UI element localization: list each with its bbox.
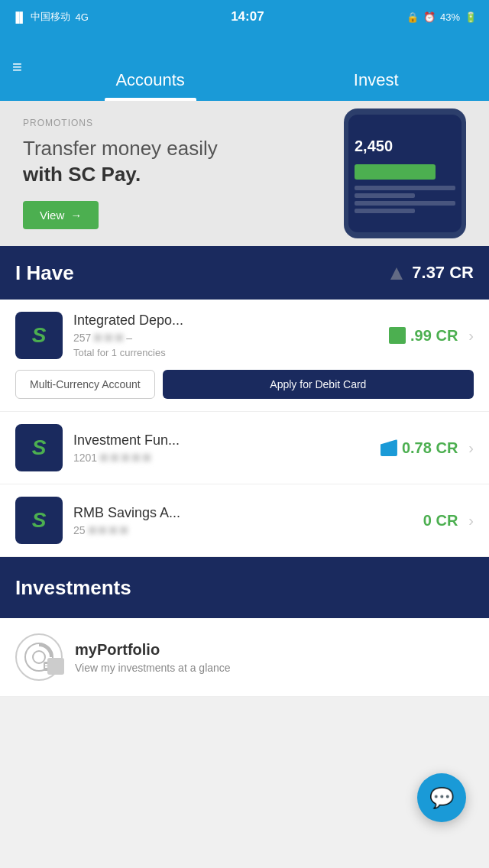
hamburger-menu[interactable]: ≡ bbox=[12, 59, 22, 76]
tab-invest[interactable]: Invest bbox=[263, 70, 489, 101]
battery-icon: 🔋 bbox=[465, 11, 477, 23]
promo-banner: PROMOTIONS Transfer money easily with SC… bbox=[0, 101, 489, 246]
portfolio-item[interactable]: myPortfolio View my investments at a gla… bbox=[0, 618, 489, 697]
amount-indicator-2 bbox=[381, 439, 397, 456]
amount-prefix-1: .99 bbox=[410, 327, 432, 344]
carrier: 中国移动 bbox=[31, 10, 70, 24]
account-info-1: Integrated Depo... 257 – Total for 1 cur… bbox=[73, 313, 378, 358]
status-left: ▐▌ 中国移动 4G bbox=[12, 10, 89, 24]
signal-icon: ▐▌ bbox=[12, 11, 26, 23]
promo-view-button[interactable]: View → bbox=[23, 201, 99, 229]
svg-rect-5 bbox=[45, 666, 50, 668]
account-num-hidden-2 bbox=[100, 452, 118, 464]
phone-screen: 2,450 bbox=[348, 115, 461, 232]
tab-accounts[interactable]: Accounts bbox=[37, 70, 264, 101]
dot-8 bbox=[143, 454, 151, 462]
account-header-2: S Investment Fun... 1201 bbox=[15, 424, 474, 471]
dot-9 bbox=[89, 526, 96, 534]
account-num-dash-1: – bbox=[126, 332, 132, 344]
account-logo-2: S bbox=[15, 424, 63, 471]
account-num-text-2: 1201 bbox=[73, 452, 97, 464]
account-logo-1: S bbox=[15, 312, 63, 359]
amount-row-3: 0 CR › bbox=[423, 512, 474, 530]
phone-line-3 bbox=[355, 201, 455, 206]
dot-7 bbox=[132, 454, 140, 462]
account-num-text-1: 257 bbox=[73, 332, 91, 344]
nav-bar: ≡ Accounts Invest bbox=[0, 34, 489, 101]
promo-phone-mockup: 2,450 bbox=[344, 108, 466, 238]
promo-title-bold: with SC Pay. bbox=[23, 163, 141, 186]
i-have-amount: 7.37 CR bbox=[389, 263, 474, 283]
lock-icon: 🔒 bbox=[406, 11, 419, 23]
phone-line-4 bbox=[355, 209, 415, 213]
dot-4 bbox=[100, 454, 108, 462]
status-bar: ▐▌ 中国移动 4G 14:07 🔒 ⏰ 43% 🔋 bbox=[0, 0, 489, 34]
svg-marker-0 bbox=[390, 267, 403, 280]
chevron-icon-3: › bbox=[468, 512, 474, 530]
sc-logo-2: S bbox=[32, 436, 47, 460]
account-name-2: Investment Fun... bbox=[73, 432, 370, 449]
chevron-icon-2: › bbox=[468, 439, 474, 457]
dot-5 bbox=[111, 454, 118, 462]
dot-2 bbox=[105, 334, 112, 342]
chat-fab-button[interactable]: 💬 bbox=[417, 773, 466, 822]
account-actions-1: Multi-Currency Account Apply for Debit C… bbox=[15, 370, 474, 399]
amount-prefix-2: 0.78 bbox=[402, 439, 432, 456]
amount-indicator-1 bbox=[389, 327, 406, 344]
amount-suffix-3: CR bbox=[436, 512, 458, 529]
account-number-3: 25 bbox=[73, 524, 413, 536]
account-num-hidden-1 bbox=[94, 332, 123, 344]
portfolio-logo-svg bbox=[24, 642, 54, 672]
phone-lines bbox=[355, 186, 455, 213]
account-number-1: 257 – bbox=[73, 332, 378, 344]
amount-prefix-3: 0 bbox=[423, 512, 432, 529]
portfolio-info: myPortfolio View my investments at a gla… bbox=[75, 641, 231, 674]
investments-title: Investments bbox=[15, 576, 131, 600]
network-type: 4G bbox=[75, 11, 88, 23]
portfolio-name: myPortfolio bbox=[75, 641, 231, 659]
promo-title: Transfer money easily with SC Pay. bbox=[23, 136, 336, 188]
dot-10 bbox=[99, 526, 106, 534]
account-meta-1: Total for 1 currencies bbox=[73, 347, 378, 358]
apply-debit-card-button[interactable]: Apply for Debit Card bbox=[163, 370, 474, 399]
account-name-1: Integrated Depo... bbox=[73, 313, 378, 329]
account-amount-3: 0 CR bbox=[423, 512, 458, 530]
account-item-rmb-savings[interactable]: S RMB Savings A... 25 0 CR bbox=[0, 484, 489, 557]
amount-suffix-1: CR bbox=[436, 327, 458, 344]
phone-line-1 bbox=[355, 186, 455, 190]
promo-btn-label: View bbox=[40, 209, 64, 222]
account-num-hidden-3 bbox=[121, 452, 151, 464]
account-item-investment-fund[interactable]: S Investment Fun... 1201 bbox=[0, 412, 489, 484]
sc-logo-3: S bbox=[32, 508, 47, 533]
phone-button-mockup bbox=[355, 164, 436, 180]
promo-content: PROMOTIONS Transfer money easily with SC… bbox=[23, 118, 336, 230]
account-num-text-3: 25 bbox=[73, 524, 86, 536]
portfolio-logo bbox=[15, 633, 63, 681]
dot-3 bbox=[115, 334, 123, 342]
total-icon bbox=[389, 266, 404, 281]
multi-currency-button[interactable]: Multi-Currency Account bbox=[15, 370, 155, 399]
svg-rect-4 bbox=[45, 664, 53, 666]
amount-row-1: .99 CR › bbox=[389, 327, 474, 345]
account-amount-2: 0.78 CR bbox=[402, 439, 458, 457]
promo-title-text: Transfer money easily bbox=[23, 137, 218, 160]
promo-label: PROMOTIONS bbox=[23, 118, 336, 128]
account-number-2: 1201 bbox=[73, 452, 370, 464]
promo-btn-arrow: → bbox=[70, 209, 82, 222]
i-have-title: I Have bbox=[15, 261, 74, 285]
dot-6 bbox=[121, 454, 129, 462]
phone-line-2 bbox=[355, 193, 415, 198]
i-have-amount-value: 7.37 CR bbox=[412, 263, 474, 282]
amount-row-2: 0.78 CR › bbox=[381, 439, 474, 457]
status-time: 14:07 bbox=[231, 9, 264, 24]
dot-1 bbox=[94, 334, 102, 342]
account-header-3: S RMB Savings A... 25 0 CR bbox=[15, 497, 474, 544]
phone-amount: 2,450 bbox=[355, 138, 455, 155]
account-info-3: RMB Savings A... 25 bbox=[73, 505, 413, 536]
chat-icon: 💬 bbox=[429, 786, 454, 810]
status-right: 🔒 ⏰ 43% 🔋 bbox=[406, 11, 477, 23]
alarm-icon: ⏰ bbox=[423, 11, 436, 23]
svg-point-2 bbox=[33, 651, 45, 663]
dot-12 bbox=[120, 526, 128, 534]
portfolio-desc: View my investments at a glance bbox=[75, 662, 231, 674]
